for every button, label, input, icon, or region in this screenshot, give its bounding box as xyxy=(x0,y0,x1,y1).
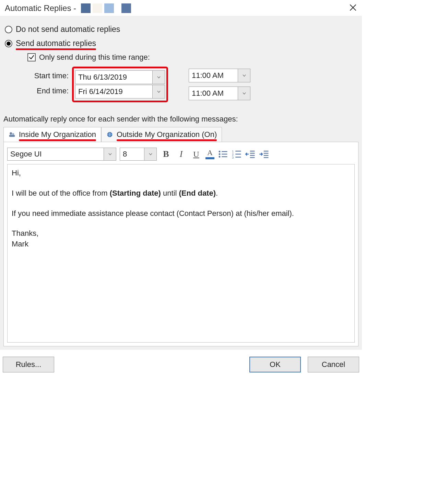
font-size-value: 8 xyxy=(120,148,144,160)
msg-line: I will be out of the office from xyxy=(12,189,110,197)
checkbox-only-range[interactable]: Only send during this time range: xyxy=(27,53,358,62)
close-icon[interactable] xyxy=(349,3,357,13)
tab-outside-org[interactable]: Outside My Organization (On) xyxy=(101,127,222,142)
font-size-combo[interactable]: 8 xyxy=(120,148,157,161)
start-time-combo[interactable]: 11:00 AM xyxy=(189,69,250,82)
msg-line: Mark xyxy=(12,240,28,248)
svg-point-0 xyxy=(10,132,12,135)
highlight-date-box: Thu 6/13/2019 Fri 6/14/2019 xyxy=(72,67,168,102)
button-label: Cancel xyxy=(322,360,345,369)
tab-label: Inside My Organization xyxy=(19,130,96,139)
tab-inside-org[interactable]: Inside My Organization xyxy=(3,127,101,142)
font-color-bar xyxy=(205,157,214,159)
tabs: Inside My Organization Outside My Organi… xyxy=(3,127,358,142)
radio-icon[interactable] xyxy=(5,26,12,33)
start-time-label: Start time: xyxy=(27,71,72,80)
chevron-down-icon[interactable] xyxy=(152,71,165,84)
chevron-down-icon[interactable] xyxy=(144,148,156,160)
chevron-down-icon[interactable] xyxy=(152,85,165,98)
message-textarea[interactable]: Hi, I will be out of the office from (St… xyxy=(7,164,355,343)
title-swatches xyxy=(81,3,131,13)
chevron-down-icon[interactable] xyxy=(238,87,250,100)
window-title: Automatic Replies - xyxy=(5,3,76,13)
font-color-icon: A xyxy=(207,149,213,157)
format-toolbar: Segoe UI 8 B I U A xyxy=(7,146,355,164)
radio-do-not-send[interactable]: Do not send automatic replies xyxy=(5,25,358,34)
msg-line: If you need immediate assistance please … xyxy=(12,209,294,218)
italic-button[interactable]: I xyxy=(175,148,187,160)
font-color-button[interactable]: A xyxy=(205,149,214,159)
instruction-text: Automatically reply once for each sender… xyxy=(3,115,358,124)
swatch-4 xyxy=(121,3,131,13)
svg-point-6 xyxy=(219,156,221,158)
increase-indent-button[interactable] xyxy=(259,149,269,159)
font-family-value: Segoe UI xyxy=(8,148,104,160)
end-date-value: Fri 6/14/2019 xyxy=(75,85,152,98)
end-time-value: 11:00 AM xyxy=(189,87,238,100)
bullet-list-button[interactable] xyxy=(218,149,228,159)
ok-button[interactable]: OK xyxy=(249,357,301,372)
rules-button[interactable]: Rules... xyxy=(3,357,54,372)
msg-line: until xyxy=(161,189,179,197)
radio-icon[interactable] xyxy=(5,40,12,47)
number-list-button[interactable]: 123 xyxy=(232,149,242,159)
font-family-combo[interactable]: Segoe UI xyxy=(7,148,116,161)
bold-button[interactable]: B xyxy=(160,148,172,160)
swatch-2 xyxy=(93,3,102,13)
start-date-combo[interactable]: Thu 6/13/2019 xyxy=(75,70,165,84)
button-label: OK xyxy=(270,360,281,369)
msg-line: Hi, xyxy=(12,169,21,177)
swatch-1 xyxy=(81,3,91,13)
chevron-down-icon[interactable] xyxy=(238,69,250,82)
msg-bold: (Starting date) xyxy=(110,189,161,197)
tab-label: Outside My Organization (On) xyxy=(117,130,217,139)
svg-point-1 xyxy=(12,133,14,135)
svg-text:3: 3 xyxy=(232,156,234,159)
radio-send[interactable]: Send automatic replies xyxy=(5,39,358,48)
msg-line: . xyxy=(216,189,218,197)
swatch-3 xyxy=(104,3,114,13)
title-bar: Automatic Replies - xyxy=(0,0,362,16)
checkbox-label: Only send during this time range: xyxy=(39,53,150,62)
msg-line: Thanks, xyxy=(12,229,38,238)
dialog-buttons: Rules... OK Cancel xyxy=(0,350,362,379)
svg-point-5 xyxy=(219,153,221,155)
chevron-down-icon[interactable] xyxy=(104,148,116,160)
globe-icon xyxy=(106,131,113,138)
radio-label: Send automatic replies xyxy=(16,39,96,48)
editor: Segoe UI 8 B I U A xyxy=(3,142,358,346)
people-icon xyxy=(9,131,15,138)
checkbox-icon[interactable] xyxy=(27,53,36,61)
svg-point-4 xyxy=(219,151,221,152)
end-time-combo[interactable]: 11:00 AM xyxy=(189,87,250,100)
svg-rect-2 xyxy=(9,135,15,137)
cancel-button[interactable]: Cancel xyxy=(308,357,359,372)
highlighted-text: Send automatic replies xyxy=(16,39,96,48)
radio-label: Do not send automatic replies xyxy=(16,25,120,34)
underline-button[interactable]: U xyxy=(190,148,202,160)
end-date-combo[interactable]: Fri 6/14/2019 xyxy=(75,85,165,99)
start-date-value: Thu 6/13/2019 xyxy=(75,71,152,84)
button-label: Rules... xyxy=(16,360,42,369)
msg-bold: (End date) xyxy=(179,189,216,197)
decrease-indent-button[interactable] xyxy=(245,149,256,159)
end-time-label: End time: xyxy=(27,87,72,95)
start-time-value: 11:00 AM xyxy=(189,69,238,82)
